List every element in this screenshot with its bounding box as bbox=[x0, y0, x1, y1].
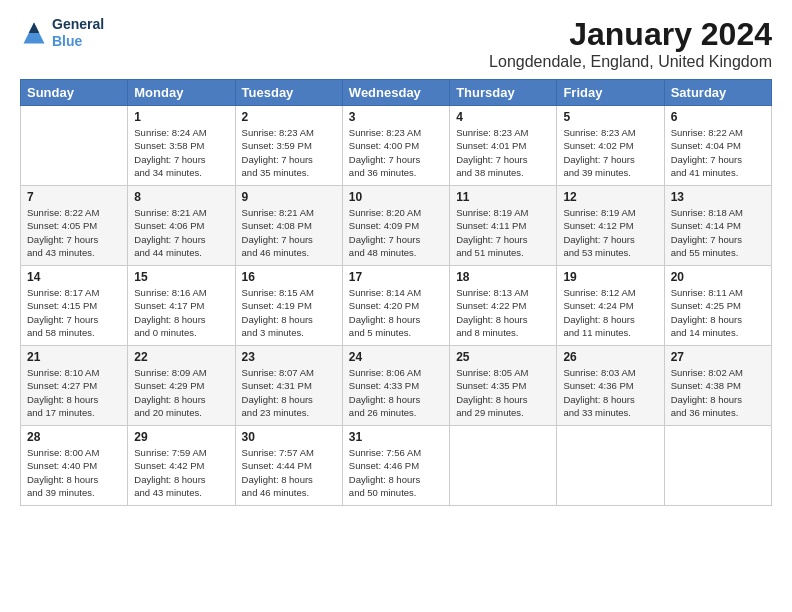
day-info: Sunrise: 8:21 AM Sunset: 4:08 PM Dayligh… bbox=[242, 206, 336, 259]
day-info: Sunrise: 8:00 AM Sunset: 4:40 PM Dayligh… bbox=[27, 446, 121, 499]
header-day-saturday: Saturday bbox=[664, 80, 771, 106]
day-info: Sunrise: 8:24 AM Sunset: 3:58 PM Dayligh… bbox=[134, 126, 228, 179]
calendar-cell: 11Sunrise: 8:19 AM Sunset: 4:11 PM Dayli… bbox=[450, 186, 557, 266]
calendar-cell: 6Sunrise: 8:22 AM Sunset: 4:04 PM Daylig… bbox=[664, 106, 771, 186]
day-info: Sunrise: 8:23 AM Sunset: 4:02 PM Dayligh… bbox=[563, 126, 657, 179]
calendar-cell: 3Sunrise: 8:23 AM Sunset: 4:00 PM Daylig… bbox=[342, 106, 449, 186]
day-info: Sunrise: 7:59 AM Sunset: 4:42 PM Dayligh… bbox=[134, 446, 228, 499]
day-number: 9 bbox=[242, 190, 336, 204]
day-info: Sunrise: 8:14 AM Sunset: 4:20 PM Dayligh… bbox=[349, 286, 443, 339]
day-info: Sunrise: 7:56 AM Sunset: 4:46 PM Dayligh… bbox=[349, 446, 443, 499]
day-number: 5 bbox=[563, 110, 657, 124]
calendar-cell: 18Sunrise: 8:13 AM Sunset: 4:22 PM Dayli… bbox=[450, 266, 557, 346]
day-info: Sunrise: 8:07 AM Sunset: 4:31 PM Dayligh… bbox=[242, 366, 336, 419]
day-info: Sunrise: 8:19 AM Sunset: 4:11 PM Dayligh… bbox=[456, 206, 550, 259]
calendar-cell: 8Sunrise: 8:21 AM Sunset: 4:06 PM Daylig… bbox=[128, 186, 235, 266]
calendar-cell: 5Sunrise: 8:23 AM Sunset: 4:02 PM Daylig… bbox=[557, 106, 664, 186]
calendar-cell: 2Sunrise: 8:23 AM Sunset: 3:59 PM Daylig… bbox=[235, 106, 342, 186]
day-number: 21 bbox=[27, 350, 121, 364]
week-row-3: 14Sunrise: 8:17 AM Sunset: 4:15 PM Dayli… bbox=[21, 266, 772, 346]
day-number: 26 bbox=[563, 350, 657, 364]
calendar-cell: 28Sunrise: 8:00 AM Sunset: 4:40 PM Dayli… bbox=[21, 426, 128, 506]
day-number: 28 bbox=[27, 430, 121, 444]
day-number: 15 bbox=[134, 270, 228, 284]
calendar-cell: 15Sunrise: 8:16 AM Sunset: 4:17 PM Dayli… bbox=[128, 266, 235, 346]
day-info: Sunrise: 8:11 AM Sunset: 4:25 PM Dayligh… bbox=[671, 286, 765, 339]
calendar-header: SundayMondayTuesdayWednesdayThursdayFrid… bbox=[21, 80, 772, 106]
day-info: Sunrise: 8:19 AM Sunset: 4:12 PM Dayligh… bbox=[563, 206, 657, 259]
day-info: Sunrise: 8:09 AM Sunset: 4:29 PM Dayligh… bbox=[134, 366, 228, 419]
calendar-cell: 14Sunrise: 8:17 AM Sunset: 4:15 PM Dayli… bbox=[21, 266, 128, 346]
header: General Blue January 2024 Longdendale, E… bbox=[20, 16, 772, 71]
day-number: 3 bbox=[349, 110, 443, 124]
calendar-cell: 24Sunrise: 8:06 AM Sunset: 4:33 PM Dayli… bbox=[342, 346, 449, 426]
calendar-cell: 4Sunrise: 8:23 AM Sunset: 4:01 PM Daylig… bbox=[450, 106, 557, 186]
calendar-cell bbox=[21, 106, 128, 186]
subtitle: Longdendale, England, United Kingdom bbox=[489, 53, 772, 71]
day-info: Sunrise: 8:06 AM Sunset: 4:33 PM Dayligh… bbox=[349, 366, 443, 419]
header-day-friday: Friday bbox=[557, 80, 664, 106]
logo-icon bbox=[20, 19, 48, 47]
calendar-cell: 9Sunrise: 8:21 AM Sunset: 4:08 PM Daylig… bbox=[235, 186, 342, 266]
week-row-5: 28Sunrise: 8:00 AM Sunset: 4:40 PM Dayli… bbox=[21, 426, 772, 506]
logo: General Blue bbox=[20, 16, 104, 50]
day-info: Sunrise: 7:57 AM Sunset: 4:44 PM Dayligh… bbox=[242, 446, 336, 499]
day-info: Sunrise: 8:23 AM Sunset: 3:59 PM Dayligh… bbox=[242, 126, 336, 179]
calendar-cell: 1Sunrise: 8:24 AM Sunset: 3:58 PM Daylig… bbox=[128, 106, 235, 186]
day-info: Sunrise: 8:15 AM Sunset: 4:19 PM Dayligh… bbox=[242, 286, 336, 339]
day-number: 4 bbox=[456, 110, 550, 124]
header-day-thursday: Thursday bbox=[450, 80, 557, 106]
day-info: Sunrise: 8:10 AM Sunset: 4:27 PM Dayligh… bbox=[27, 366, 121, 419]
day-info: Sunrise: 8:23 AM Sunset: 4:00 PM Dayligh… bbox=[349, 126, 443, 179]
calendar-cell: 10Sunrise: 8:20 AM Sunset: 4:09 PM Dayli… bbox=[342, 186, 449, 266]
header-row: SundayMondayTuesdayWednesdayThursdayFrid… bbox=[21, 80, 772, 106]
day-info: Sunrise: 8:02 AM Sunset: 4:38 PM Dayligh… bbox=[671, 366, 765, 419]
day-info: Sunrise: 8:22 AM Sunset: 4:05 PM Dayligh… bbox=[27, 206, 121, 259]
day-number: 14 bbox=[27, 270, 121, 284]
day-info: Sunrise: 8:18 AM Sunset: 4:14 PM Dayligh… bbox=[671, 206, 765, 259]
calendar-cell: 30Sunrise: 7:57 AM Sunset: 4:44 PM Dayli… bbox=[235, 426, 342, 506]
day-number: 8 bbox=[134, 190, 228, 204]
calendar-cell: 25Sunrise: 8:05 AM Sunset: 4:35 PM Dayli… bbox=[450, 346, 557, 426]
day-info: Sunrise: 8:12 AM Sunset: 4:24 PM Dayligh… bbox=[563, 286, 657, 339]
calendar-cell bbox=[557, 426, 664, 506]
day-info: Sunrise: 8:23 AM Sunset: 4:01 PM Dayligh… bbox=[456, 126, 550, 179]
day-number: 17 bbox=[349, 270, 443, 284]
day-number: 6 bbox=[671, 110, 765, 124]
calendar-cell: 27Sunrise: 8:02 AM Sunset: 4:38 PM Dayli… bbox=[664, 346, 771, 426]
day-number: 23 bbox=[242, 350, 336, 364]
day-info: Sunrise: 8:21 AM Sunset: 4:06 PM Dayligh… bbox=[134, 206, 228, 259]
day-info: Sunrise: 8:17 AM Sunset: 4:15 PM Dayligh… bbox=[27, 286, 121, 339]
day-number: 30 bbox=[242, 430, 336, 444]
calendar-cell: 29Sunrise: 7:59 AM Sunset: 4:42 PM Dayli… bbox=[128, 426, 235, 506]
calendar-cell: 26Sunrise: 8:03 AM Sunset: 4:36 PM Dayli… bbox=[557, 346, 664, 426]
calendar-cell bbox=[450, 426, 557, 506]
calendar-cell: 21Sunrise: 8:10 AM Sunset: 4:27 PM Dayli… bbox=[21, 346, 128, 426]
header-day-monday: Monday bbox=[128, 80, 235, 106]
calendar-body: 1Sunrise: 8:24 AM Sunset: 3:58 PM Daylig… bbox=[21, 106, 772, 506]
day-number: 24 bbox=[349, 350, 443, 364]
day-number: 18 bbox=[456, 270, 550, 284]
calendar-cell: 13Sunrise: 8:18 AM Sunset: 4:14 PM Dayli… bbox=[664, 186, 771, 266]
week-row-1: 1Sunrise: 8:24 AM Sunset: 3:58 PM Daylig… bbox=[21, 106, 772, 186]
day-number: 20 bbox=[671, 270, 765, 284]
day-number: 31 bbox=[349, 430, 443, 444]
day-number: 11 bbox=[456, 190, 550, 204]
calendar-cell: 7Sunrise: 8:22 AM Sunset: 4:05 PM Daylig… bbox=[21, 186, 128, 266]
day-number: 25 bbox=[456, 350, 550, 364]
calendar-cell: 31Sunrise: 7:56 AM Sunset: 4:46 PM Dayli… bbox=[342, 426, 449, 506]
day-number: 1 bbox=[134, 110, 228, 124]
day-number: 7 bbox=[27, 190, 121, 204]
day-number: 29 bbox=[134, 430, 228, 444]
day-number: 27 bbox=[671, 350, 765, 364]
header-day-tuesday: Tuesday bbox=[235, 80, 342, 106]
day-info: Sunrise: 8:16 AM Sunset: 4:17 PM Dayligh… bbox=[134, 286, 228, 339]
day-number: 16 bbox=[242, 270, 336, 284]
week-row-4: 21Sunrise: 8:10 AM Sunset: 4:27 PM Dayli… bbox=[21, 346, 772, 426]
day-number: 2 bbox=[242, 110, 336, 124]
day-number: 19 bbox=[563, 270, 657, 284]
calendar-cell bbox=[664, 426, 771, 506]
calendar-cell: 20Sunrise: 8:11 AM Sunset: 4:25 PM Dayli… bbox=[664, 266, 771, 346]
calendar-cell: 17Sunrise: 8:14 AM Sunset: 4:20 PM Dayli… bbox=[342, 266, 449, 346]
day-info: Sunrise: 8:22 AM Sunset: 4:04 PM Dayligh… bbox=[671, 126, 765, 179]
